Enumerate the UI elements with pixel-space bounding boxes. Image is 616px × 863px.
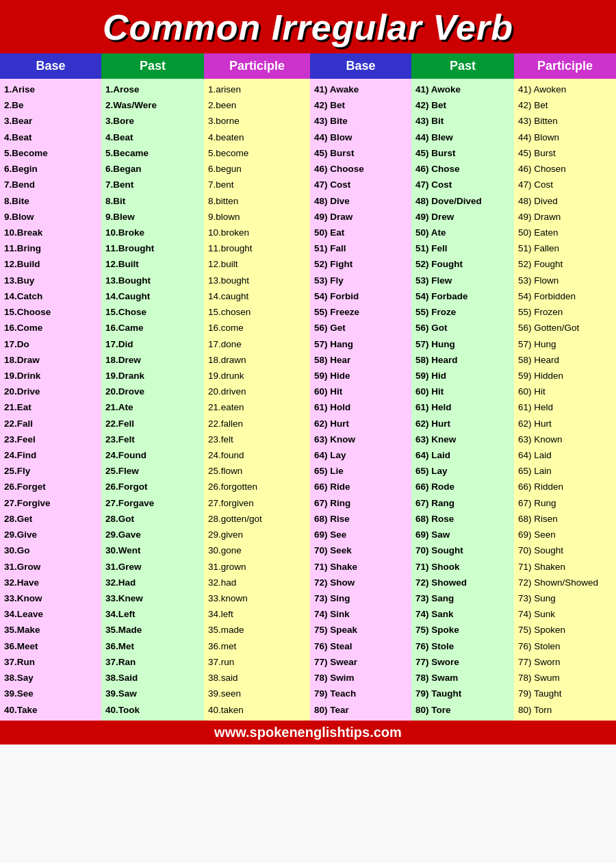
list-item: 11.Bring <box>4 240 97 256</box>
list-item: 46) Chosen <box>518 161 612 177</box>
list-item: 11.brought <box>208 240 306 256</box>
list-item: 10.broken <box>208 225 306 240</box>
list-item: 5.Became <box>105 145 200 161</box>
list-item: 72) Shown/Showed <box>518 575 612 590</box>
list-item: 39.Saw <box>105 686 200 701</box>
list-item: 45) Burst <box>518 145 612 161</box>
list-item: 80) Tear <box>314 702 407 718</box>
list-item: 42) Bet <box>518 97 612 113</box>
list-item: 26.Forget <box>4 479 97 495</box>
list-item: 29.Gave <box>105 527 200 542</box>
list-item: 39.seen <box>208 686 306 701</box>
list-item: 59) Hide <box>314 368 407 384</box>
list-item: 15.Chose <box>105 304 200 320</box>
list-item: 55) Frozen <box>518 304 612 320</box>
list-item: 78) Swam <box>415 670 510 686</box>
list-item: 77) Swore <box>415 654 510 670</box>
list-item: 63) Know <box>314 432 407 447</box>
list-item: 18.drawn <box>208 352 306 368</box>
list-item: 76) Steal <box>314 638 407 654</box>
list-item: 27.Forgave <box>105 495 200 511</box>
list-item: 26.forgotten <box>208 479 306 495</box>
list-item: 27.Forgive <box>4 495 97 511</box>
list-item: 79) Taught <box>415 686 510 701</box>
list-item: 80) Torn <box>518 702 612 718</box>
list-item: 1.Arose <box>105 82 200 97</box>
list-item: 36.Met <box>105 638 200 654</box>
list-item: 10.Broke <box>105 225 200 240</box>
list-item: 15.Choose <box>4 304 97 320</box>
list-item: 13.Buy <box>4 273 97 288</box>
list-item: 76) Stolen <box>518 638 612 654</box>
list-item: 64) Laid <box>518 447 612 463</box>
list-item: 33.Know <box>4 590 97 606</box>
list-item: 72) Showed <box>415 575 510 590</box>
list-item: 71) Shaken <box>518 559 612 575</box>
col-base-right: 41) Awake42) Bet43) Bite44) Blow45) Burs… <box>310 79 411 721</box>
list-item: 34.Left <box>105 606 200 622</box>
list-item: 23.felt <box>208 432 306 447</box>
list-item: 3.Bore <box>105 113 200 129</box>
list-item: 49) Drew <box>415 209 510 225</box>
list-item: 14.caught <box>208 288 306 304</box>
list-item: 3.Bear <box>4 113 97 129</box>
list-item: 12.Built <box>105 256 200 272</box>
list-item: 38.Said <box>105 670 200 686</box>
list-item: 67) Ring <box>314 495 407 511</box>
list-item: 49) Draw <box>314 209 407 225</box>
list-item: 11.Brought <box>105 240 200 256</box>
list-item: 77) Swear <box>314 654 407 670</box>
col-part-left: 1.arisen2.been3.borne4.beaten5.become6.b… <box>204 79 310 721</box>
list-item: 16.Came <box>105 320 200 336</box>
list-item: 75) Speak <box>314 622 407 638</box>
list-item: 65) Lain <box>518 463 612 479</box>
list-item: 57) Hung <box>415 336 510 352</box>
list-item: 12.Build <box>4 256 97 272</box>
list-item: 45) Burst <box>314 145 407 161</box>
list-item: 15.chosen <box>208 304 306 320</box>
list-item: 2.Be <box>4 97 97 113</box>
list-item: 66) Ridden <box>518 479 612 495</box>
list-item: 19.drunk <box>208 368 306 384</box>
list-item: 19.Drank <box>105 368 200 384</box>
list-item: 61) Held <box>415 399 510 415</box>
list-item: 62) Hurt <box>518 416 612 432</box>
list-item: 7.Bent <box>105 177 200 192</box>
list-item: 51) Fall <box>314 240 407 256</box>
list-item: 43) Bitten <box>518 113 612 129</box>
list-item: 10.Break <box>4 225 97 240</box>
list-item: 38.said <box>208 670 306 686</box>
list-item: 26.Forgot <box>105 479 200 495</box>
list-item: 32.had <box>208 575 306 590</box>
list-item: 4.Beat <box>4 129 97 145</box>
list-item: 29.given <box>208 527 306 542</box>
list-item: 56) Get <box>314 320 407 336</box>
list-item: 30.Go <box>4 542 97 558</box>
list-item: 20.Drive <box>4 384 97 399</box>
list-item: 27.forgiven <box>208 495 306 511</box>
list-item: 37.Ran <box>105 654 200 670</box>
list-item: 61) Hold <box>314 399 407 415</box>
list-item: 69) Seen <box>518 527 612 542</box>
list-item: 7.bent <box>208 177 306 192</box>
list-item: 44) Blown <box>518 129 612 145</box>
list-item: 54) Forbidden <box>518 288 612 304</box>
list-item: 24.found <box>208 447 306 463</box>
list-item: 70) Sought <box>518 542 612 558</box>
list-item: 4.beaten <box>208 129 306 145</box>
list-item: 39.See <box>4 686 97 701</box>
list-item: 18.Draw <box>4 352 97 368</box>
list-item: 79) Teach <box>314 686 407 701</box>
list-item: 76) Stole <box>415 638 510 654</box>
list-item: 59) Hid <box>415 368 510 384</box>
list-item: 61) Held <box>518 399 612 415</box>
list-item: 47) Cost <box>518 177 612 192</box>
footer-text: www.spokenenglishtips.com <box>214 725 402 740</box>
list-item: 3.borne <box>208 113 306 129</box>
list-item: 56) Gotten/Got <box>518 320 612 336</box>
list-item: 20.Drove <box>105 384 200 399</box>
list-item: 59) Hidden <box>518 368 612 384</box>
list-item: 23.Feel <box>4 432 97 447</box>
list-item: 64) Lay <box>314 447 407 463</box>
list-item: 69) Saw <box>415 527 510 542</box>
